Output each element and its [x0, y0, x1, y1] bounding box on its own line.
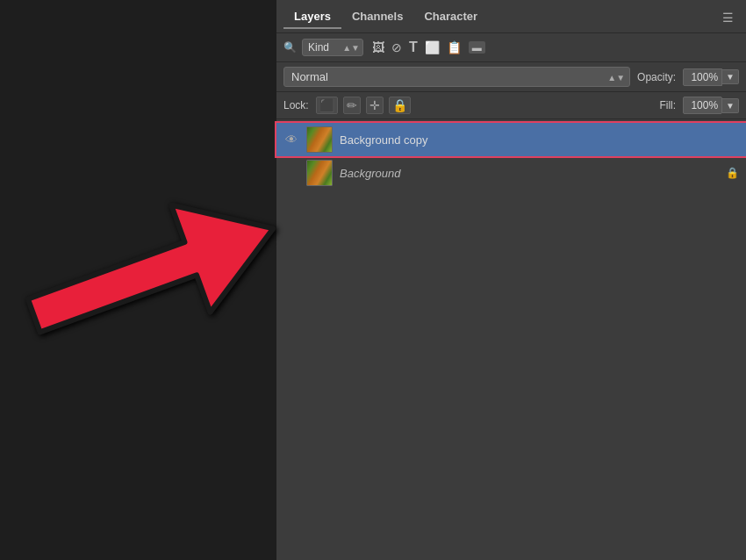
lock-row: Lock: ⬛ ✏ ✛ 🔒 Fill: ▼: [276, 92, 746, 119]
blend-mode-select[interactable]: Normal Multiply Screen Overlay: [283, 67, 630, 87]
blend-row: Normal Multiply Screen Overlay ▲▼ Opacit…: [276, 62, 746, 92]
opacity-arrow-button[interactable]: ▼: [722, 69, 739, 84]
lock-label: Lock:: [283, 99, 309, 111]
extra-filter-icon[interactable]: ▬: [469, 41, 485, 54]
panel-menu-icon[interactable]: ☰: [717, 9, 739, 26]
layer-name-background: Background: [340, 167, 719, 180]
layer-lock-icon: 🔒: [726, 167, 739, 179]
text-filter-icon[interactable]: T: [409, 39, 418, 55]
opacity-input-group: ▼: [683, 68, 739, 86]
shape-filter-icon[interactable]: ⬜: [425, 40, 440, 54]
smart-filter-icon[interactable]: 📋: [447, 40, 462, 54]
tab-channels[interactable]: Channels: [341, 5, 414, 29]
layer-thumb-image: [307, 127, 332, 152]
layer-visibility-background-copy[interactable]: 👁: [283, 133, 299, 147]
layer-name-background-copy: Background copy: [340, 133, 739, 147]
lock-paint-icon[interactable]: ✏: [343, 97, 361, 114]
panel-header: Layers Channels Character ☰: [276, 0, 746, 33]
layer-thumb-image-bg: [307, 161, 332, 185]
layer-thumb-background: [306, 160, 333, 186]
kind-select[interactable]: Kind: [302, 39, 363, 56]
tabs-left: Layers Channels Character: [283, 5, 488, 29]
filter-icons: 🖼 ⊘ T ⬜ 📋 ▬: [372, 39, 485, 55]
layer-item-background-copy[interactable]: 👁 Background copy: [276, 123, 746, 156]
opacity-label: Opacity:: [637, 71, 676, 83]
filter-row: 🔍 Kind ▲▼ 🖼 ⊘ T ⬜ 📋 ▬: [276, 33, 746, 62]
adjustment-filter-icon[interactable]: ⊘: [391, 40, 402, 54]
fill-input-group: ▼: [683, 97, 739, 114]
fill-label: Fill:: [659, 99, 676, 111]
tabs-row: Layers Channels Character ☰: [283, 5, 739, 32]
lock-transparency-icon[interactable]: ⬛: [316, 97, 338, 114]
fill-input[interactable]: [683, 97, 722, 114]
fill-arrow-button[interactable]: ▼: [722, 98, 739, 113]
opacity-input[interactable]: [683, 68, 722, 86]
lock-position-icon[interactable]: ✛: [366, 97, 384, 114]
tab-character[interactable]: Character: [413, 5, 488, 29]
search-icon: 🔍: [283, 41, 297, 54]
canvas-area: [0, 0, 276, 560]
layers-panel: Layers Channels Character ☰ 🔍 Kind ▲▼ 🖼 …: [276, 0, 746, 560]
layer-item-background[interactable]: 👁 Background 🔒: [276, 156, 746, 190]
layers-list: 👁 Background copy 👁 Background 🔒: [276, 119, 746, 193]
lock-all-icon[interactable]: 🔒: [389, 97, 411, 114]
blend-select-wrap: Normal Multiply Screen Overlay ▲▼: [283, 67, 630, 87]
layer-thumb-background-copy: [306, 126, 333, 153]
tab-layers[interactable]: Layers: [283, 5, 341, 29]
lock-icons: ⬛ ✏ ✛ 🔒: [316, 97, 411, 114]
image-filter-icon[interactable]: 🖼: [372, 40, 384, 54]
